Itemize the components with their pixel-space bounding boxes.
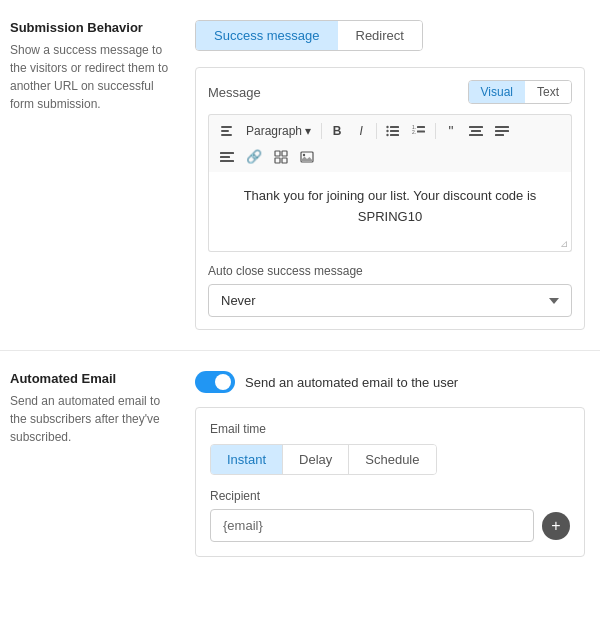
view-btn-visual[interactable]: Visual <box>469 81 525 103</box>
paragraph-select[interactable]: Paragraph ▾ <box>240 121 317 141</box>
svg-rect-24 <box>275 158 280 163</box>
add-icon: + <box>551 518 560 534</box>
recipient-input[interactable] <box>210 509 534 542</box>
recipient-label: Recipient <box>210 489 570 503</box>
toolbar-bullet-list-btn[interactable] <box>381 122 405 140</box>
svg-rect-12 <box>417 131 425 133</box>
submission-tab-group: Success message Redirect <box>195 20 423 51</box>
paragraph-chevron-icon: ▾ <box>305 124 311 138</box>
svg-rect-4 <box>390 126 399 128</box>
automated-email-section: Automated Email Send an automated email … <box>0 351 600 577</box>
submission-behavior-right: Success message Redirect Message Visual … <box>185 20 600 330</box>
view-btn-text[interactable]: Text <box>525 81 571 103</box>
toolbar-divider-1 <box>321 123 322 139</box>
editor-content[interactable]: Thank you for joining our list. Your dis… <box>208 172 572 252</box>
toolbar-table-btn[interactable] <box>269 147 293 167</box>
svg-rect-25 <box>282 158 287 163</box>
svg-rect-2 <box>221 134 232 136</box>
toggle-label: Send an automated email to the user <box>245 375 458 390</box>
email-time-tabs: Instant Delay Schedule <box>210 444 437 475</box>
svg-rect-18 <box>495 134 504 136</box>
automated-email-title: Automated Email <box>10 371 175 386</box>
svg-rect-16 <box>495 126 509 128</box>
toolbar-align-btn[interactable] <box>464 122 488 140</box>
submission-behavior-title: Submission Behavior <box>10 20 175 35</box>
submission-behavior-section: Submission Behavior Show a success messa… <box>0 0 600 351</box>
toolbar-align-left-btn[interactable] <box>215 148 239 166</box>
editor-toolbar: Paragraph ▾ B I <box>208 114 572 172</box>
toolbar-divider-2 <box>376 123 377 139</box>
svg-point-27 <box>303 153 305 155</box>
svg-rect-23 <box>282 151 287 156</box>
view-toggle: Visual Text <box>468 80 572 104</box>
automated-email-toggle[interactable] <box>195 371 235 393</box>
svg-rect-1 <box>221 130 229 132</box>
toolbar-justify-btn[interactable] <box>490 122 514 140</box>
svg-point-7 <box>386 134 388 136</box>
svg-rect-20 <box>220 156 230 158</box>
svg-rect-17 <box>495 130 509 132</box>
add-recipient-btn[interactable]: + <box>542 512 570 540</box>
tab-redirect[interactable]: Redirect <box>338 21 422 50</box>
svg-rect-21 <box>220 160 234 162</box>
automated-email-desc: Send an automated email to the subscribe… <box>10 392 175 446</box>
time-tab-delay[interactable]: Delay <box>283 445 349 474</box>
svg-rect-19 <box>220 152 234 154</box>
svg-point-3 <box>386 126 388 128</box>
auto-close-select[interactable]: Never 3 seconds 5 seconds 10 seconds <box>208 284 572 317</box>
svg-text:2.: 2. <box>412 129 416 135</box>
toolbar-divider-3 <box>435 123 436 139</box>
automated-email-right: Send an automated email to the user Emai… <box>185 371 600 557</box>
svg-rect-6 <box>390 130 399 132</box>
svg-point-5 <box>386 130 388 132</box>
toolbar-numbered-list-btn[interactable]: 1. 2. <box>407 122 431 140</box>
email-panel: Email time Instant Delay Schedule Recipi… <box>195 407 585 557</box>
toolbar-quote-btn[interactable]: " <box>440 120 462 142</box>
svg-rect-15 <box>469 134 483 136</box>
submission-behavior-left: Submission Behavior Show a success messa… <box>0 20 185 330</box>
message-panel: Message Visual Text <box>195 67 585 330</box>
message-label: Message <box>208 85 261 100</box>
toolbar-image-btn[interactable] <box>295 148 319 166</box>
time-tab-instant[interactable]: Instant <box>211 445 283 474</box>
toolbar-link-btn[interactable]: 🔗 <box>241 146 267 167</box>
submission-behavior-desc: Show a success message to the visitors o… <box>10 41 175 113</box>
toolbar-bold-btn[interactable]: B <box>326 121 348 141</box>
svg-rect-0 <box>221 126 232 128</box>
svg-rect-10 <box>417 126 425 128</box>
email-toggle-row: Send an automated email to the user <box>195 371 585 393</box>
toolbar-italic-btn[interactable]: I <box>350 121 372 141</box>
toolbar-row-1: Paragraph ▾ B I <box>215 120 565 142</box>
svg-rect-14 <box>471 130 481 132</box>
toolbar-format-icon[interactable] <box>215 122 238 141</box>
toolbar-row-2: 🔗 <box>215 146 565 167</box>
recipient-input-row: + <box>210 509 570 542</box>
svg-rect-13 <box>469 126 483 128</box>
automated-email-left: Automated Email Send an automated email … <box>0 371 185 557</box>
tab-success-message[interactable]: Success message <box>196 21 338 50</box>
resize-handle[interactable]: ⊿ <box>559 239 569 249</box>
time-tab-schedule[interactable]: Schedule <box>349 445 435 474</box>
email-time-label: Email time <box>210 422 570 436</box>
message-header: Message Visual Text <box>208 80 572 104</box>
svg-rect-22 <box>275 151 280 156</box>
toggle-slider <box>195 371 235 393</box>
svg-rect-8 <box>390 134 399 136</box>
auto-close-label: Auto close success message <box>208 264 572 278</box>
